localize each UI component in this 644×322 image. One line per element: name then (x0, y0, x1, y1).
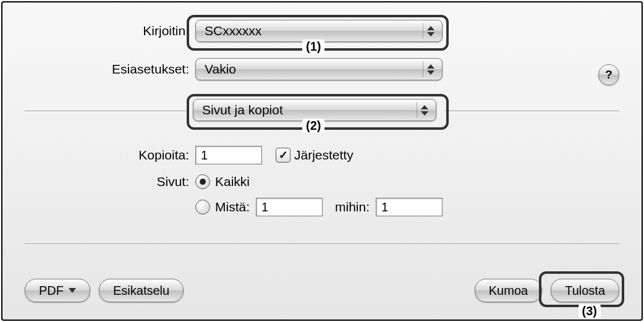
pages-to-input[interactable] (376, 198, 443, 216)
print-button[interactable]: Tulosta (551, 279, 619, 302)
pdf-menu-button[interactable]: PDF (25, 279, 90, 302)
pane-select[interactable]: Sivut ja kopiot (193, 99, 436, 121)
pane-select-value: Sivut ja kopiot (202, 103, 283, 117)
copies-input[interactable] (195, 146, 262, 164)
preview-button-label: Esikatselu (113, 284, 169, 298)
pages-label: Sivut: (2, 174, 195, 189)
cancel-button[interactable]: Kumoa (475, 279, 542, 302)
print-dialog: Kirjoitin: SCxxxxxx (1) Esiasetukset: Va… (1, 1, 643, 321)
help-button[interactable]: ? (598, 64, 619, 85)
collated-checkbox[interactable]: ✓ (276, 148, 290, 163)
divider (25, 111, 187, 111)
cancel-button-label: Kumoa (489, 284, 528, 298)
checkmark-icon: ✓ (279, 150, 288, 161)
pages-all-label: Kaikki (215, 174, 250, 189)
callout-1-label: (1) (302, 40, 324, 54)
stepper-arrows-icon (423, 23, 438, 39)
divider (25, 244, 619, 244)
dropdown-triangle-icon (69, 288, 76, 293)
divider (445, 111, 619, 111)
pages-from-input[interactable] (256, 198, 323, 216)
help-icon: ? (605, 68, 612, 82)
printer-select[interactable]: SCxxxxxx (195, 20, 443, 42)
pages-all-radio[interactable] (195, 174, 210, 189)
printer-label: Kirjoitin: (2, 23, 195, 38)
copies-label: Kopioita: (2, 148, 195, 163)
pages-to-label: mihin: (335, 200, 370, 214)
pdf-button-label: PDF (39, 284, 64, 298)
presets-select-value: Vakio (205, 62, 236, 77)
stepper-arrows-icon (423, 61, 438, 77)
preview-button[interactable]: Esikatselu (99, 279, 184, 302)
pages-from-label: Mistä: (215, 200, 250, 214)
collated-label: Järjestetty (294, 148, 354, 163)
pages-range-radio[interactable] (195, 200, 210, 214)
presets-select[interactable]: Vakio (195, 58, 443, 80)
callout-3-label: (3) (578, 304, 601, 318)
bottom-bar: PDF Esikatselu Kumoa Tulosta (25, 279, 619, 302)
stepper-arrows-icon (417, 102, 432, 118)
presets-label: Esiasetukset: (2, 62, 195, 77)
printer-select-value: SCxxxxxx (205, 23, 261, 38)
print-button-label: Tulosta (565, 284, 605, 298)
callout-2-label: (2) (302, 119, 324, 133)
